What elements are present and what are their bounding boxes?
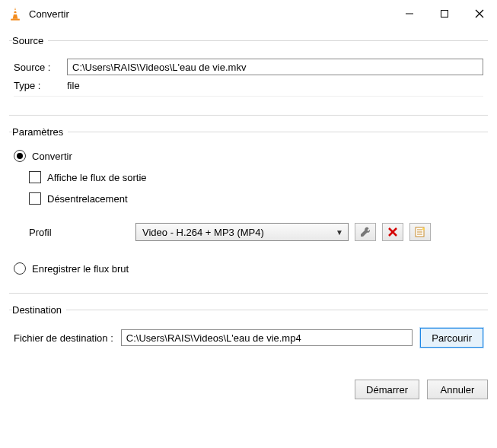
destination-file-label: Fichier de destination :: [14, 332, 113, 344]
titlebar: Convertir: [0, 0, 497, 27]
show-output-label: Affiche le flux de sortie: [47, 172, 147, 183]
checkbox-box-icon: [29, 171, 41, 183]
show-output-checkbox[interactable]: Affiche le flux de sortie: [29, 171, 147, 183]
type-value: file: [67, 80, 80, 91]
profile-value: Video - H.264 + MP3 (MP4): [142, 227, 264, 238]
destination-group: Destination Fichier de destination : Par…: [9, 304, 488, 355]
delete-profile-button[interactable]: [382, 223, 403, 241]
parameters-group: Paramètres Convertir Affiche le flux de …: [9, 126, 488, 294]
deinterlace-label: Désentrelacement: [47, 193, 128, 205]
dialog-footer: Démarrer Annuler: [0, 375, 497, 399]
svg-rect-5: [441, 11, 448, 17]
vlc-cone-icon: [8, 6, 23, 21]
deinterlace-checkbox[interactable]: Désentrelacement: [29, 192, 128, 205]
minimize-button[interactable]: [392, 2, 427, 26]
destination-file-input[interactable]: [121, 329, 413, 346]
window-title: Convertir: [29, 8, 69, 20]
parameters-legend: Paramètres: [12, 126, 68, 138]
profile-label: Profil: [29, 227, 135, 238]
svg-rect-3: [11, 19, 20, 21]
convert-radio-label: Convertir: [32, 151, 72, 162]
source-legend: Source: [12, 35, 48, 46]
cancel-button[interactable]: Annuler: [427, 380, 488, 399]
edit-profile-button[interactable]: [355, 223, 376, 241]
close-button[interactable]: [462, 2, 497, 26]
browse-button[interactable]: Parcourir: [420, 328, 483, 348]
checkbox-box-icon: [29, 192, 41, 205]
svg-marker-0: [13, 8, 18, 19]
wrench-icon: [359, 226, 371, 238]
start-button[interactable]: Démarrer: [355, 380, 419, 399]
maximize-button[interactable]: [427, 2, 462, 26]
radio-dot-icon: [14, 262, 26, 275]
svg-rect-1: [14, 10, 18, 11]
radio-dot-icon: [14, 150, 26, 162]
new-document-icon: [414, 226, 426, 238]
delete-x-icon: [387, 227, 398, 237]
source-input[interactable]: [67, 59, 483, 75]
new-profile-button[interactable]: [409, 223, 431, 241]
profile-select[interactable]: Video - H.264 + MP3 (MP4) ▼: [135, 223, 349, 241]
dump-raw-label: Enregistrer le flux brut: [32, 263, 129, 275]
destination-legend: Destination: [12, 304, 66, 316]
svg-rect-2: [13, 13, 18, 14]
dump-raw-radio[interactable]: Enregistrer le flux brut: [14, 262, 129, 275]
source-group: Source Source : Type : file: [9, 35, 488, 116]
convert-radio[interactable]: Convertir: [14, 150, 72, 162]
svg-point-14: [422, 228, 425, 230]
type-label: Type :: [14, 80, 67, 91]
source-label: Source :: [14, 62, 67, 73]
chevron-down-icon: ▼: [336, 228, 343, 237]
